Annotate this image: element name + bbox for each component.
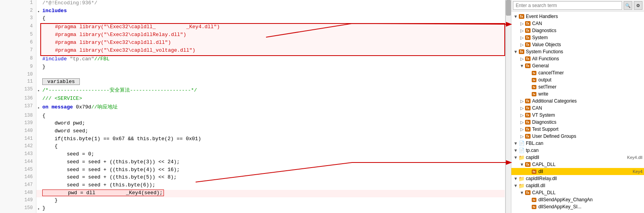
tree-expander[interactable]: ▼	[513, 141, 518, 146]
scrollbar[interactable]	[505, 0, 511, 213]
tree-icon-fx-small: fx	[531, 70, 537, 76]
code-content[interactable]: #include "tp.can"//FBL	[41, 56, 505, 64]
code-content[interactable]: dword seed;	[41, 128, 505, 136]
tree-item-system[interactable]: ▷fxSystem	[511, 34, 644, 41]
code-content[interactable]: dword pwd;	[41, 120, 505, 128]
tree-panel[interactable]: ▼fxEvent Handlers▷fxCAN▷fxDiagnostics▷fx…	[511, 11, 644, 213]
code-row: 5 #pragma library("\Exec32\capldllRelay.…	[0, 32, 505, 40]
code-area[interactable]: 1/*@!Encoding:936*/2▪includes3{4 #pragma…	[0, 0, 505, 213]
tree-item-test-support[interactable]: ▷fxTest Support	[511, 126, 644, 133]
tree-expander[interactable]: ▼	[513, 14, 518, 19]
code-content[interactable]: }	[41, 64, 505, 72]
code-content[interactable]: includes	[41, 8, 505, 16]
tree-item-event-handlers[interactable]: ▼fxEvent Handlers	[511, 13, 644, 20]
tree-item-all-functions[interactable]: ▷fxAll Functions	[511, 55, 644, 62]
tree-item-user-defined-groups[interactable]: ▷fxUser Defined Groups	[511, 133, 644, 140]
tree-item-diagnostics[interactable]: ▷fxDiagnostics	[511, 27, 644, 34]
code-content[interactable]: #pragma library("\Exec32\capldll_voltage…	[41, 47, 505, 56]
tree-item-tp-can[interactable]: ▼📄tp.can	[511, 147, 644, 154]
tree-expander[interactable]: ▷	[519, 21, 525, 26]
code-content[interactable]: /*@!Encoding:936*/	[41, 0, 505, 8]
tree-item-dll[interactable]: fxdllKey4	[511, 168, 644, 175]
tree-item-label: User Defined Groups	[532, 134, 642, 139]
tree-expander[interactable]: ▷	[519, 56, 525, 61]
code-content[interactable]: on message 0x79d//响应地址	[41, 103, 505, 113]
tree-item-fbl-can[interactable]: ▼📄FBL.can	[511, 140, 644, 147]
code-row: 10	[0, 72, 505, 79]
tree-expander[interactable]: ▷	[519, 99, 525, 104]
code-content[interactable]: /*--------------------安全算法--------------…	[41, 87, 505, 96]
tree-item-can[interactable]: ▷fxCAN	[511, 20, 644, 27]
code-content[interactable]: if(this.byte(1) == 0x67 && this.byte(2) …	[41, 136, 505, 144]
tree-expander[interactable]: ▷	[519, 35, 525, 40]
tree-expander[interactable]: ▷	[519, 134, 525, 139]
line-marker	[36, 197, 41, 205]
tree-item-dll-send-app-key2[interactable]: fxdllSendAppKey_SI...	[511, 203, 644, 210]
tree-expander[interactable]: ▼	[513, 49, 518, 54]
tree-item-set-timer[interactable]: fxsetTimer	[511, 83, 644, 90]
line-number: 142	[0, 143, 36, 151]
tree-item-capl-dll[interactable]: ▼fxCAPL_DLL	[511, 161, 644, 168]
tree-item-diagnostics2[interactable]: ▷fxDiagnostics	[511, 119, 644, 126]
code-content[interactable]: seed = seed + ((this.byte(3)) << 24);	[41, 159, 505, 167]
tree-expander[interactable]: ▷	[519, 42, 525, 47]
line-number: 9	[0, 64, 36, 72]
code-content[interactable]: seed = seed + ((this.byte(4)) << 16);	[41, 167, 505, 175]
code-content[interactable]: {	[41, 143, 505, 151]
code-content[interactable]: {	[41, 113, 505, 121]
code-editor[interactable]: 1/*@!Encoding:936*/2▪includes3{4 #pragma…	[0, 0, 505, 213]
tree-item-dll-send-app-key[interactable]: fxdllSendAppKey_ChangAn	[511, 196, 644, 203]
code-content[interactable]	[41, 72, 505, 79]
tree-expander[interactable]: ▼	[513, 183, 518, 188]
tree-item-capldllrelay[interactable]: ▼📁capldllRelay.dll	[511, 175, 644, 182]
code-row: 6 #pragma library("\Exec32\capldll.dll")	[0, 40, 505, 47]
code-content[interactable]: /// <SERVICE>	[41, 96, 505, 103]
code-content[interactable]: {	[41, 15, 505, 23]
tree-expander[interactable]: ▷	[519, 106, 525, 111]
tree-item-label: setTimer	[538, 84, 642, 90]
tree-item-cancel-timer[interactable]: fxcancelTimer	[511, 69, 644, 76]
tree-item-system-functions[interactable]: ▼fxSystem Functions	[511, 48, 644, 55]
code-content[interactable]: seed = seed + ((this.byte(5)) << 8);	[41, 174, 505, 182]
tree-item-output[interactable]: fxoutput	[511, 76, 644, 83]
code-content[interactable]: seed = seed + (this.byte(6));	[41, 182, 505, 190]
tree-item-capl-dll2[interactable]: ▼fxCAPL_DLL	[511, 189, 644, 196]
tree-item-can2[interactable]: ▷fxCAN	[511, 105, 644, 112]
search-options-button[interactable]: ⚙	[634, 1, 642, 10]
tree-expander[interactable]: ▼	[519, 190, 525, 195]
tree-icon-fx: fx	[525, 27, 531, 34]
tree-expander[interactable]: ▼	[519, 162, 525, 167]
tree-item-write[interactable]: fxwrite	[511, 90, 644, 97]
tree-item-value-objects[interactable]: ▷fxValue Objects	[511, 41, 644, 48]
tree-icon-folder: 📁	[518, 154, 525, 161]
code-content[interactable]: #pragma library("\Exec32\capldllRelay.dl…	[41, 32, 505, 40]
tree-expander[interactable]: ▷	[519, 120, 525, 125]
code-content[interactable]: }	[41, 197, 505, 205]
code-content[interactable]: }	[41, 205, 505, 213]
tree-item-additional-categories[interactable]: ▷fxAdditional Categories	[511, 97, 644, 105]
line-marker	[36, 23, 41, 32]
tree-item-capldll[interactable]: ▼📁capldllKey4.dll	[511, 154, 644, 161]
scrollbar-thumb[interactable]	[506, 0, 511, 16]
tree-item-capldll-dll[interactable]: ▼📁capldll.dll	[511, 182, 644, 189]
search-button[interactable]: 🔍	[624, 1, 632, 10]
line-number: 8	[0, 56, 36, 64]
tree-item-vt-system[interactable]: ▷fxVT System	[511, 112, 644, 119]
tree-expander[interactable]: ▼	[513, 176, 518, 181]
code-content[interactable]: variables	[41, 79, 505, 87]
code-content[interactable]: seed = 0;	[41, 151, 505, 159]
tree-expander[interactable]: ▼	[513, 148, 518, 153]
code-content[interactable]: #pragma library("\Exec32\capldll.dll")	[41, 40, 505, 47]
line-marker: ▪	[36, 87, 41, 96]
code-content[interactable]: #pragma library("\Exec32\capldll_ _Key4.…	[41, 23, 505, 32]
tree-item-general[interactable]: ▼fxGeneral	[511, 62, 644, 69]
line-marker: ▪	[36, 103, 41, 113]
tree-expander[interactable]: ▷	[519, 127, 525, 132]
search-input[interactable]	[513, 1, 622, 10]
code-content[interactable]: pwd = dll _Key4(seed);	[41, 190, 505, 198]
tree-expander[interactable]: ▷	[519, 113, 525, 118]
tree-expander[interactable]: ▷	[519, 28, 525, 33]
tree-expander[interactable]: ▼	[519, 63, 525, 68]
tree-expander[interactable]: ▼	[513, 155, 518, 160]
tree-item-label: Test Support	[532, 126, 642, 132]
